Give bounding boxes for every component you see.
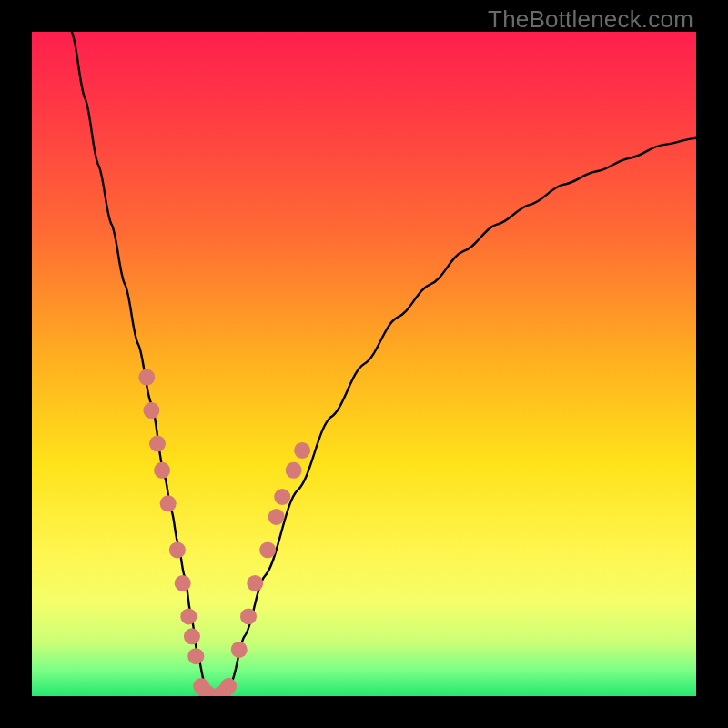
marker-dot <box>160 495 177 511</box>
marker-dot <box>180 608 197 624</box>
marker-dot <box>220 678 237 694</box>
plot-area <box>32 32 696 696</box>
marker-dot <box>138 369 155 386</box>
marker-dot <box>187 648 204 664</box>
marker-dot <box>231 642 248 658</box>
marker-dot <box>240 608 257 624</box>
marker-dot <box>286 462 302 479</box>
marker-dot <box>247 575 263 592</box>
chart-stage: TheBottleneck.com <box>0 0 728 728</box>
marker-dot <box>259 541 276 558</box>
marker-dot <box>184 628 200 644</box>
marker-dot <box>274 489 290 505</box>
marker-dot <box>294 442 310 459</box>
marker-dot <box>268 509 285 525</box>
marker-dot <box>154 462 170 479</box>
marker-dot <box>169 541 186 558</box>
marker-dot <box>149 436 166 452</box>
marker-dot <box>143 402 159 419</box>
watermark-text: TheBottleneck.com <box>488 5 693 34</box>
bottleneck-curve <box>32 32 696 696</box>
marker-dot <box>175 575 191 592</box>
